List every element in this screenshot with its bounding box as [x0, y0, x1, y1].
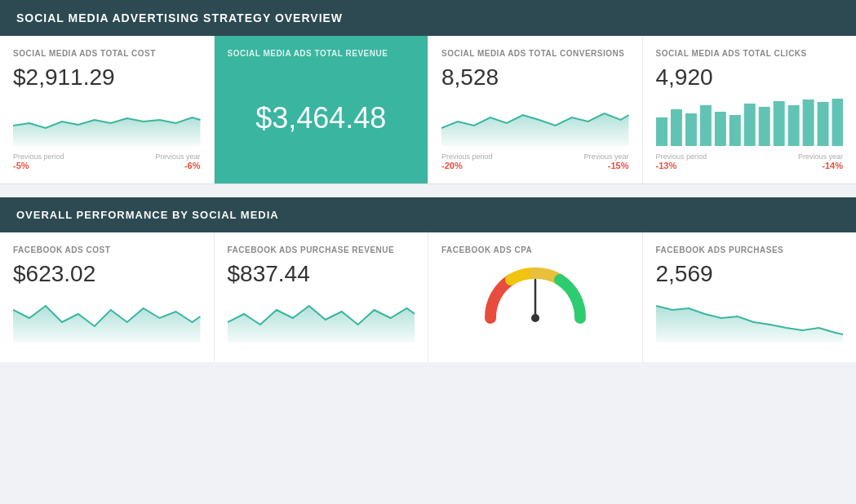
- prev-year-label-3: Previous year: [583, 153, 628, 161]
- prev-year-value-1: -6%: [184, 161, 201, 170]
- card-fb-revenue: FACEBOOK ADS PURCHASE REVENUE $837.44: [215, 232, 429, 362]
- svg-rect-5: [729, 115, 740, 146]
- card-total-cost-comparison: Previous period -5% Previous year -6%: [13, 153, 201, 170]
- card-total-clicks-label: SOCIAL MEDIA ADS TOTAL CLICKS: [656, 49, 844, 58]
- card-fb-purchases-value: 2,569: [656, 261, 844, 287]
- prev-period-label-1: Previous period: [13, 153, 64, 161]
- prev-period-value-4: -13%: [656, 161, 677, 170]
- card-total-clicks-comparison: Previous period -13% Previous year -14%: [656, 153, 844, 170]
- svg-rect-6: [743, 104, 755, 146]
- svg-rect-7: [758, 107, 770, 146]
- svg-rect-4: [714, 112, 725, 146]
- svg-point-14: [531, 314, 539, 322]
- bottom-cards-row: FACEBOOK ADS COST $623.02: [0, 232, 856, 362]
- card-total-cost-value: $2,911.29: [13, 64, 201, 91]
- card-total-clicks-value: 4,920: [656, 64, 844, 91]
- card-total-revenue-value: $3,464.48: [255, 101, 386, 135]
- card-fb-revenue-chart: [228, 294, 415, 343]
- page-title: SOCIAL MEDIA ADVERTISING STRATEGY OVERVI…: [0, 0, 856, 36]
- card-total-conversions: SOCIAL MEDIA ADS TOTAL CONVERSIONS 8,528: [428, 36, 643, 183]
- prev-period-label-4: Previous period: [656, 153, 707, 161]
- card-total-conversions-label: SOCIAL MEDIA ADS TOTAL CONVERSIONS: [441, 49, 629, 58]
- prev-year-value-3: -15%: [608, 161, 629, 170]
- svg-rect-9: [787, 105, 799, 146]
- card-fb-revenue-label: FACEBOOK ADS PURCHASE REVENUE: [228, 245, 415, 254]
- card-fb-cpa-label: FACEBOOK ADS CPA: [441, 245, 629, 254]
- card-fb-purchases: FACEBOOK ADS PURCHASES 2,569: [643, 232, 857, 362]
- card-total-clicks-chart: [656, 97, 844, 146]
- card-total-conversions-chart: [441, 97, 629, 146]
- card-fb-purchases-chart: [656, 294, 844, 343]
- card-total-conversions-value: 8,528: [441, 64, 629, 91]
- card-total-conversions-comparison: Previous period -20% Previous year -15%: [441, 153, 629, 170]
- svg-rect-3: [699, 105, 711, 146]
- svg-rect-11: [817, 102, 828, 146]
- prev-period-value-3: -20%: [441, 161, 463, 170]
- card-total-revenue-label: SOCIAL MEDIA ADS TOTAL REVENUE: [228, 49, 415, 58]
- card-fb-cost: FACEBOOK ADS COST $623.02: [0, 232, 215, 362]
- top-cards-row: SOCIAL MEDIA ADS TOTAL COST $2,911.29: [0, 36, 856, 184]
- svg-rect-8: [773, 101, 784, 146]
- bottom-section: OVERALL PERFORMANCE BY SOCIAL MEDIA FACE…: [0, 191, 856, 362]
- card-fb-cost-label: FACEBOOK ADS COST: [13, 245, 201, 254]
- card-total-cost-label: SOCIAL MEDIA ADS TOTAL COST: [13, 49, 201, 58]
- gauge-chart: [441, 261, 629, 326]
- card-fb-purchases-label: FACEBOOK ADS PURCHASES: [656, 245, 844, 254]
- svg-rect-2: [685, 113, 696, 146]
- card-total-clicks: SOCIAL MEDIA ADS TOTAL CLICKS 4,920: [643, 36, 857, 183]
- card-total-cost-chart: [13, 97, 201, 146]
- section2-header: OVERALL PERFORMANCE BY SOCIAL MEDIA: [0, 197, 856, 232]
- prev-period-label-3: Previous period: [441, 153, 493, 161]
- prev-year-label-4: Previous year: [798, 153, 843, 161]
- card-total-cost: SOCIAL MEDIA ADS TOTAL COST $2,911.29: [0, 36, 215, 183]
- card-fb-cost-chart: [13, 294, 201, 343]
- card-fb-cost-value: $623.02: [13, 261, 201, 287]
- svg-rect-10: [802, 99, 814, 146]
- prev-year-label-1: Previous year: [155, 153, 200, 161]
- svg-rect-1: [670, 109, 681, 146]
- card-fb-cpa: FACEBOOK ADS CPA: [428, 232, 643, 362]
- prev-year-value-4: -14%: [822, 161, 843, 170]
- card-total-revenue: SOCIAL MEDIA ADS TOTAL REVENUE $3,464.48: [215, 36, 429, 183]
- prev-period-value-1: -5%: [13, 161, 29, 170]
- svg-rect-0: [656, 117, 668, 146]
- card-fb-revenue-value: $837.44: [228, 261, 415, 287]
- svg-rect-12: [832, 99, 843, 146]
